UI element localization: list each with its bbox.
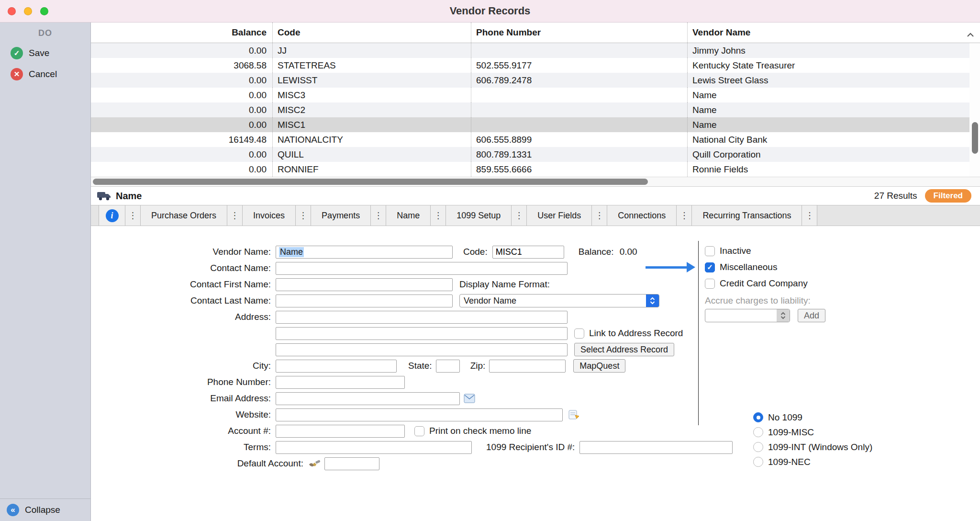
contact-last-name-input[interactable] bbox=[276, 294, 453, 307]
tab-menu-icon[interactable]: ⋮ bbox=[592, 205, 607, 226]
table-row[interactable]: 0.00 LEWISST 606.789.2478 Lewis Street G… bbox=[91, 73, 980, 88]
select-address-record-button[interactable]: Select Address Record bbox=[574, 343, 674, 356]
table-row[interactable]: 0.00 MISC2 Name bbox=[91, 102, 980, 117]
radio-no-1099[interactable]: No 1099 bbox=[753, 410, 872, 425]
horizontal-scrollbar[interactable] bbox=[91, 177, 980, 187]
close-button[interactable] bbox=[8, 7, 16, 15]
sort-chevron-up-icon[interactable] bbox=[967, 29, 974, 40]
tab-menu-icon[interactable]: ⋮ bbox=[677, 205, 692, 226]
column-header-vendor-name[interactable]: Vendor Name bbox=[688, 23, 980, 43]
add-button[interactable]: Add bbox=[798, 309, 825, 322]
vendor-name-value: Name bbox=[279, 247, 304, 257]
contact-first-name-input[interactable] bbox=[276, 278, 453, 291]
cell-code: RONNIEF bbox=[273, 162, 471, 177]
tab-menu-icon[interactable]: ⋮ bbox=[296, 205, 311, 226]
default-account-input[interactable] bbox=[324, 457, 379, 470]
column-header-code[interactable]: Code bbox=[273, 23, 471, 43]
radio-1099-misc[interactable]: 1099-MISC bbox=[753, 425, 872, 440]
contact-first-name-label: Contact First Name: bbox=[95, 279, 276, 290]
account-brush-icon[interactable] bbox=[308, 459, 321, 468]
address-line3-input[interactable] bbox=[276, 343, 568, 356]
display-name-format-select[interactable]: Vendor Name bbox=[459, 294, 659, 307]
cancel-button[interactable]: ✕ Cancel bbox=[0, 64, 90, 85]
link-to-address-checkbox[interactable]: Link to Address Record bbox=[574, 325, 683, 341]
code-input[interactable] bbox=[492, 246, 564, 259]
tab-menu-icon[interactable]: ⋮ bbox=[512, 205, 527, 226]
tab-invoices[interactable]: Invoices bbox=[243, 205, 296, 226]
column-header-phone[interactable]: Phone Number bbox=[471, 23, 688, 43]
table-row-selected[interactable]: 0.00 MISC1 Name bbox=[91, 117, 980, 132]
horizontal-scrollbar-thumb[interactable] bbox=[93, 179, 648, 185]
miscellaneous-checkbox[interactable]: Miscellaneous bbox=[705, 259, 980, 275]
table-row[interactable]: 0.00 JJ Jimmy Johns bbox=[91, 43, 980, 58]
tab-label: 1099 Setup bbox=[457, 211, 501, 221]
tab-payments[interactable]: Payments bbox=[311, 205, 371, 226]
checkbox-box bbox=[414, 426, 424, 436]
tab-name[interactable]: Name bbox=[386, 205, 431, 226]
radio-1099-nec[interactable]: 1099-NEC bbox=[753, 454, 872, 469]
inactive-checkbox[interactable]: Inactive bbox=[705, 243, 980, 259]
cell-name: Name bbox=[688, 117, 980, 132]
cell-balance: 3068.58 bbox=[91, 58, 273, 73]
info-tab[interactable]: i bbox=[99, 205, 125, 226]
filtered-badge[interactable]: Filtered bbox=[925, 189, 971, 203]
column-header-balance[interactable]: Balance bbox=[91, 23, 273, 43]
table-row[interactable]: 0.00 RONNIEF 859.555.6666 Ronnie Fields bbox=[91, 162, 980, 177]
tab-menu-icon[interactable]: ⋮ bbox=[371, 205, 386, 226]
cell-code: MISC3 bbox=[273, 88, 471, 102]
state-input[interactable] bbox=[436, 360, 460, 373]
recipient-id-label: 1099 Recipient's ID #: bbox=[486, 442, 575, 453]
mapquest-button[interactable]: MapQuest bbox=[573, 359, 625, 373]
radio-button-selected bbox=[753, 412, 763, 422]
accrue-liability-select[interactable] bbox=[705, 309, 790, 322]
tab-user-fields[interactable]: User Fields bbox=[527, 205, 592, 226]
zip-input[interactable] bbox=[489, 360, 566, 373]
website-icon[interactable] bbox=[568, 409, 580, 420]
tab-purchase-orders[interactable]: Purchase Orders bbox=[141, 205, 227, 226]
record-title: Name bbox=[116, 191, 142, 202]
checkbox-box bbox=[705, 246, 715, 256]
radio-button bbox=[753, 457, 763, 467]
zoom-button[interactable] bbox=[40, 7, 48, 15]
checkbox-label: Link to Address Record bbox=[589, 328, 683, 339]
form-1099-radio-group: No 1099 1099-MISC 1099-INT (Windows Only… bbox=[753, 410, 872, 469]
minimize-button[interactable] bbox=[24, 7, 32, 15]
checkbox-box bbox=[705, 279, 715, 289]
table-row[interactable]: 0.00 QUILL 800.789.1331 Quill Corporatio… bbox=[91, 147, 980, 162]
save-button[interactable]: ✓ Save bbox=[0, 43, 90, 64]
table-row[interactable]: 0.00 MISC3 Name bbox=[91, 88, 980, 102]
phone-number-input[interactable] bbox=[276, 376, 405, 389]
tab-menu-icon[interactable]: ⋮ bbox=[802, 205, 817, 226]
website-input[interactable] bbox=[276, 408, 563, 421]
vertical-scrollbar-thumb[interactable] bbox=[972, 122, 978, 154]
tab-connections[interactable]: Connections bbox=[607, 205, 677, 226]
email-address-input[interactable] bbox=[276, 392, 460, 405]
terms-input[interactable] bbox=[276, 441, 472, 454]
radio-button bbox=[753, 427, 763, 437]
email-icon[interactable] bbox=[464, 394, 475, 403]
account-number-input[interactable] bbox=[276, 425, 405, 438]
contact-name-input[interactable] bbox=[276, 262, 568, 275]
print-on-memo-checkbox[interactable]: Print on check memo line bbox=[414, 423, 531, 439]
credit-card-company-checkbox[interactable]: Credit Card Company bbox=[705, 275, 980, 292]
tab-menu-icon[interactable]: ⋮ bbox=[227, 205, 243, 226]
tab-1099-setup[interactable]: 1099 Setup bbox=[446, 205, 512, 226]
city-input[interactable] bbox=[276, 360, 397, 373]
address-line1-input[interactable] bbox=[276, 311, 568, 324]
tab-label: Name bbox=[397, 211, 420, 221]
collapse-button[interactable]: « Collapse bbox=[0, 498, 90, 521]
tab-recurring-transactions[interactable]: Recurring Transactions bbox=[692, 205, 802, 226]
address-line2-input[interactable] bbox=[276, 327, 568, 340]
table-row[interactable]: 16149.48 NATIONALCITY 606.555.8899 Natio… bbox=[91, 132, 980, 147]
vendor-name-input[interactable]: Name bbox=[276, 246, 453, 259]
state-label: State: bbox=[408, 361, 432, 371]
radio-1099-int[interactable]: 1099-INT (Windows Only) bbox=[753, 440, 872, 454]
table-row[interactable]: 3068.58 STATETREAS 502.555.9177 Kentucky… bbox=[91, 58, 980, 73]
cell-code: QUILL bbox=[273, 147, 471, 162]
tab-menu-icon[interactable]: ⋮ bbox=[431, 205, 446, 226]
cell-balance: 0.00 bbox=[91, 73, 273, 88]
vertical-scrollbar[interactable] bbox=[969, 43, 980, 177]
tab-menu-icon[interactable]: ⋮ bbox=[125, 205, 141, 226]
phone-number-label: Phone Number: bbox=[95, 377, 276, 387]
vendor-truck-icon bbox=[97, 191, 111, 201]
